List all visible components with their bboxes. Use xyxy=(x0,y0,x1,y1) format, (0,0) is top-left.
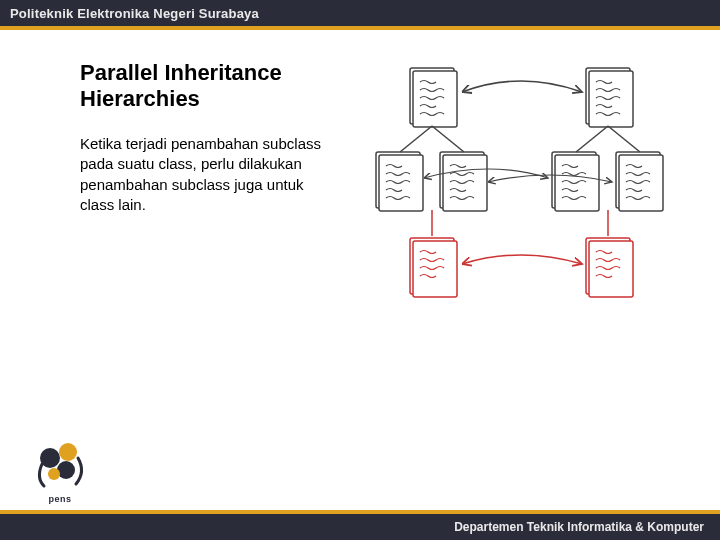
header-bar: Politeknik Elektronika Negeri Surabaya xyxy=(0,0,720,26)
footer-accent-line xyxy=(0,510,720,514)
svg-point-5 xyxy=(59,443,77,461)
slide-body: Ketika terjadi penambahan subclass pada … xyxy=(80,134,340,215)
slide-content: Parallel Inheritance Hierarchies Ketika … xyxy=(0,30,720,300)
page-number: 12 xyxy=(16,520,29,534)
footer-bar: Departemen Teknik Informatika & Komputer xyxy=(0,514,720,540)
svg-point-6 xyxy=(57,461,75,479)
slide-title: Parallel Inheritance Hierarchies xyxy=(80,60,346,112)
department-name: Departemen Teknik Informatika & Komputer xyxy=(454,520,704,534)
institution-name: Politeknik Elektronika Negeri Surabaya xyxy=(10,6,259,21)
institution-logo: pens xyxy=(30,436,90,504)
inheritance-diagram xyxy=(370,60,670,300)
svg-point-7 xyxy=(48,468,60,480)
text-column: Parallel Inheritance Hierarchies Ketika … xyxy=(80,60,346,300)
